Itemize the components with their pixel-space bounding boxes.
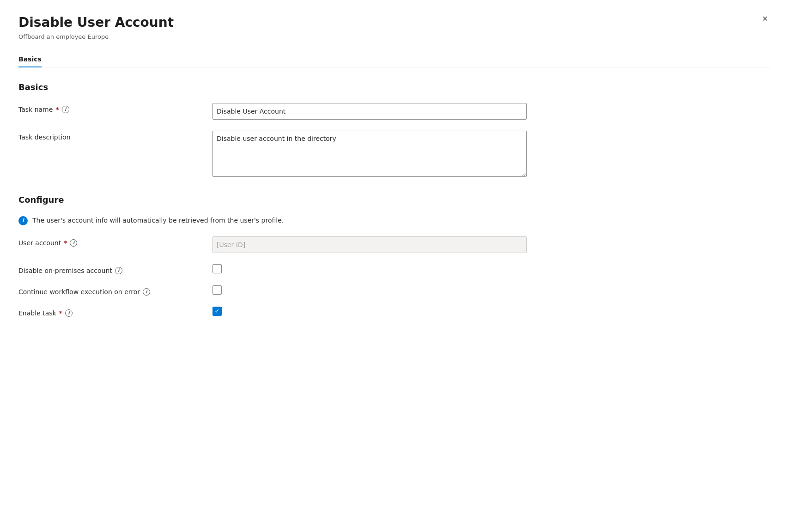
info-banner-icon: i: [18, 216, 28, 225]
dialog-header: Disable User Account Offboard an employe…: [18, 15, 771, 40]
task-name-info-icon: i: [62, 106, 69, 113]
task-description-label: Task description: [18, 131, 212, 141]
user-account-label: User account * i: [18, 236, 212, 247]
close-button[interactable]: ×: [758, 11, 772, 26]
task-name-input[interactable]: [212, 103, 527, 120]
disable-onpremises-checkbox[interactable]: [212, 264, 222, 273]
user-account-info-icon: i: [70, 239, 77, 247]
configure-section: Configure i The user's account info will…: [18, 195, 771, 317]
task-description-input[interactable]: Disable user account in the directory: [212, 131, 527, 177]
tabs-container: Basics: [18, 51, 771, 67]
continue-workflow-label: Continue workflow execution on error i: [18, 285, 212, 296]
info-banner-text: The user's account info will automatical…: [32, 216, 284, 225]
task-description-row: Task description Disable user account in…: [18, 131, 771, 178]
disable-onpremises-label: Disable on-premises account i: [18, 264, 212, 274]
continue-workflow-checkbox-wrapper: [212, 285, 527, 295]
disable-onpremises-control: [212, 264, 527, 273]
task-name-row: Task name * i: [18, 103, 771, 120]
close-icon: ×: [762, 13, 768, 24]
user-account-row: User account * i [User ID]: [18, 236, 771, 253]
disable-onpremises-info-icon: i: [115, 267, 122, 274]
user-account-required: *: [64, 239, 67, 247]
disable-onpremises-row: Disable on-premises account i: [18, 264, 771, 274]
enable-task-required: *: [59, 309, 62, 317]
enable-task-checkbox[interactable]: [212, 307, 222, 316]
enable-task-checkbox-wrapper: [212, 307, 527, 316]
user-account-control: [User ID]: [212, 236, 527, 253]
user-account-input: [User ID]: [212, 236, 527, 253]
enable-task-label: Enable task * i: [18, 307, 212, 317]
tab-basics[interactable]: Basics: [18, 52, 42, 67]
info-banner: i The user's account info will automatic…: [18, 216, 771, 225]
task-name-label: Task name * i: [18, 103, 212, 113]
task-description-control: Disable user account in the directory: [212, 131, 527, 178]
enable-task-control: [212, 307, 527, 316]
basics-section-title: Basics: [18, 82, 771, 92]
disable-onpremises-checkbox-wrapper: [212, 264, 527, 273]
task-name-control: [212, 103, 527, 120]
enable-task-row: Enable task * i: [18, 307, 771, 317]
continue-workflow-control: [212, 285, 527, 295]
basics-section: Basics Task name * i Task description Di…: [18, 82, 771, 178]
continue-workflow-checkbox[interactable]: [212, 285, 222, 295]
continue-workflow-row: Continue workflow execution on error i: [18, 285, 771, 296]
dialog-title: Disable User Account: [18, 15, 743, 30]
continue-workflow-info-icon: i: [143, 288, 150, 296]
dialog-subtitle: Offboard an employee Europe: [18, 33, 743, 40]
dialog: × Disable User Account Offboard an emplo…: [0, 0, 789, 532]
enable-task-info-icon: i: [65, 309, 73, 317]
configure-section-title: Configure: [18, 195, 771, 205]
task-name-required: *: [55, 106, 59, 113]
